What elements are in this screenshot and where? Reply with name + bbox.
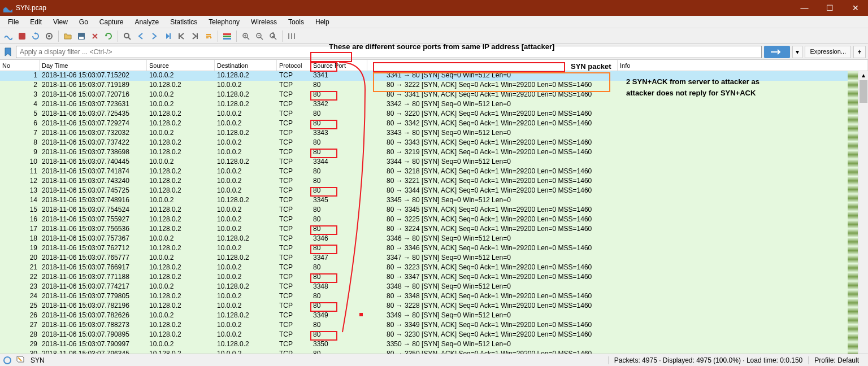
packet-row[interactable]: 212018-11-06 15:03:07.76691710.128.0.210… xyxy=(0,263,868,273)
packet-row[interactable]: 72018-11-06 15:03:07.73203210.0.0.210.12… xyxy=(0,129,868,138)
packet-row[interactable]: 42018-11-06 15:03:07.72363110.0.0.210.12… xyxy=(0,100,868,110)
add-filter-button[interactable]: + xyxy=(853,46,866,58)
menu-help[interactable]: Help xyxy=(310,16,335,28)
stop-capture-icon[interactable] xyxy=(16,30,28,42)
colorize-icon[interactable] xyxy=(221,30,233,42)
packet-row[interactable]: 202018-11-06 15:03:07.76577710.0.0.210.1… xyxy=(0,254,868,263)
col-protocol[interactable]: Protocol xyxy=(277,60,311,71)
packet-row[interactable]: 102018-11-06 15:03:07.74044510.0.0.210.1… xyxy=(0,158,868,167)
packet-row[interactable]: 232018-11-06 15:03:07.77421710.0.0.210.1… xyxy=(0,282,868,292)
zoom-out-icon[interactable] xyxy=(253,30,266,42)
packet-table-header[interactable]: No Day Time Source Destination Protocol … xyxy=(0,60,868,71)
menu-analyze[interactable]: Analyze xyxy=(129,16,165,28)
packet-row[interactable]: 282018-11-06 15:03:07.79089510.128.0.210… xyxy=(0,330,868,340)
packet-row[interactable]: 122018-11-06 15:03:07.74324010.128.0.210… xyxy=(0,177,868,186)
status-profile[interactable]: Profile: Default xyxy=(808,356,865,364)
svg-line-18 xyxy=(261,37,263,40)
packet-row[interactable]: 222018-11-06 15:03:07.77118810.128.0.210… xyxy=(0,273,868,282)
packet-row[interactable]: 292018-11-06 15:03:07.79099710.0.0.210.1… xyxy=(0,340,868,350)
go-next-icon[interactable] xyxy=(148,30,160,42)
col-source[interactable]: Source xyxy=(147,60,215,71)
vertical-scrollbar[interactable]: ▴ xyxy=(858,71,868,354)
packet-minimap[interactable] xyxy=(848,71,858,354)
menu-view[interactable]: View xyxy=(47,16,73,28)
packet-row[interactable]: 192018-11-06 15:03:07.76271210.128.0.210… xyxy=(0,244,868,254)
packet-row[interactable]: 52018-11-06 15:03:07.72543510.128.0.210.… xyxy=(0,110,868,119)
open-file-icon[interactable] xyxy=(62,30,74,42)
close-file-icon[interactable] xyxy=(89,30,101,42)
first-packet-icon[interactable] xyxy=(175,30,188,42)
packet-row[interactable]: 242018-11-06 15:03:07.77980510.128.0.210… xyxy=(0,292,868,302)
go-to-packet-icon[interactable] xyxy=(162,30,174,42)
auto-scroll-icon[interactable] xyxy=(202,30,215,42)
packet-row[interactable]: 152018-11-06 15:03:07.75452410.128.0.210… xyxy=(0,206,868,215)
packet-row[interactable]: 22018-11-06 15:03:07.71918910.128.0.210.… xyxy=(0,81,868,90)
close-button[interactable]: ✕ xyxy=(843,0,868,16)
statusbar: SYN Packets: 4975 · Displayed: 4975 (100… xyxy=(0,354,868,366)
reload-icon[interactable] xyxy=(102,30,115,42)
status-packets: Packets: 4975 · Displayed: 4975 (100.0%)… xyxy=(608,356,809,364)
capture-options-icon[interactable] xyxy=(43,30,55,42)
packet-row[interactable]: 32018-11-06 15:03:07.72071610.0.0.210.12… xyxy=(0,90,868,100)
zoom-reset-icon[interactable]: 1 xyxy=(267,30,279,42)
menu-wireless[interactable]: Wireless xyxy=(245,16,283,28)
svg-rect-10 xyxy=(223,33,231,35)
start-capture-icon[interactable] xyxy=(2,30,15,42)
packet-row[interactable]: 252018-11-06 15:03:07.78219610.128.0.210… xyxy=(0,302,868,311)
titlebar: SYN.pcap — ☐ ✕ xyxy=(0,0,868,16)
resize-columns-icon[interactable] xyxy=(285,30,298,42)
svg-text:1: 1 xyxy=(271,32,275,38)
packet-row[interactable]: 262018-11-06 15:03:07.78262610.0.0.210.1… xyxy=(0,311,868,321)
expert-info-icon[interactable] xyxy=(3,356,11,364)
packet-row[interactable]: 172018-11-06 15:03:07.75653610.128.0.210… xyxy=(0,225,868,234)
display-filter-input[interactable] xyxy=(16,46,762,58)
svg-rect-11 xyxy=(223,36,231,37)
packet-row[interactable]: 112018-11-06 15:03:07.74187410.128.0.210… xyxy=(0,167,868,177)
packet-row[interactable]: 12018-11-06 15:03:07.71520210.0.0.210.12… xyxy=(0,71,868,81)
last-packet-icon[interactable] xyxy=(189,30,201,42)
find-packet-icon[interactable] xyxy=(121,30,133,42)
svg-line-6 xyxy=(128,37,131,40)
packet-row[interactable]: 272018-11-06 15:03:07.78827310.128.0.210… xyxy=(0,321,868,330)
svg-line-14 xyxy=(247,37,249,40)
col-destination[interactable]: Destination xyxy=(215,60,277,71)
apply-filter-button[interactable] xyxy=(764,46,790,58)
menu-go[interactable]: Go xyxy=(73,16,94,28)
restart-capture-icon[interactable] xyxy=(29,30,42,42)
packet-row[interactable]: 132018-11-06 15:03:07.74572510.128.0.210… xyxy=(0,186,868,196)
packet-list[interactable]: ▴ 12018-11-06 15:03:07.71520210.0.0.210.… xyxy=(0,71,868,354)
menu-capture[interactable]: Capture xyxy=(94,16,129,28)
packet-row[interactable]: 92018-11-06 15:03:07.73869810.128.0.210.… xyxy=(0,148,868,158)
svg-rect-12 xyxy=(223,38,231,40)
menu-telephony[interactable]: Telephony xyxy=(203,16,245,28)
packet-row[interactable]: 142018-11-06 15:03:07.74891610.0.0.210.1… xyxy=(0,196,868,206)
svg-point-5 xyxy=(124,33,129,38)
filter-bar: ▾ Expression... + xyxy=(0,44,868,60)
status-file: SYN xyxy=(31,356,45,364)
packet-row[interactable]: 162018-11-06 15:03:07.75592710.128.0.210… xyxy=(0,215,868,225)
edit-capture-comment-icon[interactable] xyxy=(16,355,25,365)
svg-rect-4 xyxy=(79,37,84,39)
col-no[interactable]: No xyxy=(0,60,40,71)
menu-tools[interactable]: Tools xyxy=(283,16,310,28)
menu-file[interactable]: File xyxy=(2,16,24,28)
menu-statistics[interactable]: Statistics xyxy=(164,16,203,28)
toolbar: 1 xyxy=(0,28,868,44)
packet-row[interactable]: 302018-11-06 15:03:07.79634510.128.0.210… xyxy=(0,350,868,354)
col-info[interactable]: Info xyxy=(618,60,868,71)
filter-bookmark-icon[interactable] xyxy=(2,46,14,58)
packet-row[interactable]: 182018-11-06 15:03:07.75736710.0.0.210.1… xyxy=(0,234,868,244)
packet-row[interactable]: 82018-11-06 15:03:07.73742210.128.0.210.… xyxy=(0,138,868,148)
filter-dropdown-button[interactable]: ▾ xyxy=(792,46,802,58)
expression-button[interactable]: Expression... xyxy=(805,46,851,58)
col-source-port[interactable]: Source Port xyxy=(311,60,367,71)
svg-rect-0 xyxy=(19,33,25,40)
menu-edit[interactable]: Edit xyxy=(24,16,47,28)
save-file-icon[interactable] xyxy=(75,30,88,42)
minimize-button[interactable]: — xyxy=(792,0,817,16)
packet-row[interactable]: 62018-11-06 15:03:07.72927410.128.0.210.… xyxy=(0,119,868,129)
go-prev-icon[interactable] xyxy=(134,30,147,42)
col-time[interactable]: Day Time xyxy=(40,60,147,71)
zoom-in-icon[interactable] xyxy=(240,30,252,42)
maximize-button[interactable]: ☐ xyxy=(817,0,843,16)
